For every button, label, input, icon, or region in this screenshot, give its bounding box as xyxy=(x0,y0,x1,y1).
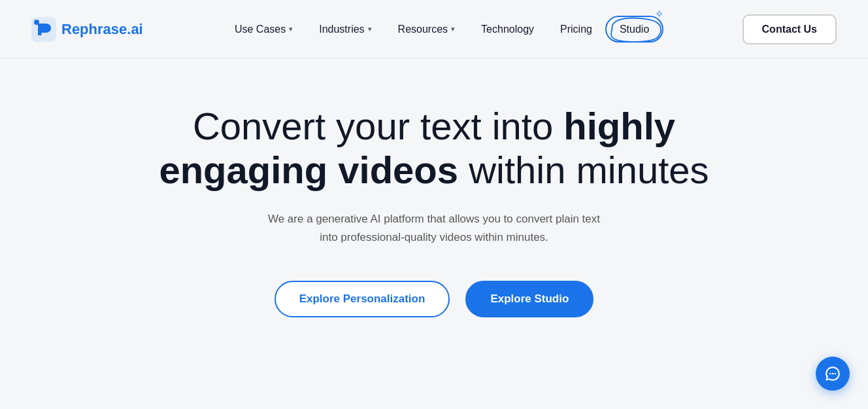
chat-bubble-button[interactable] xyxy=(816,357,850,391)
nav-links: Use Cases ▾ Industries ▾ Resources ▾ Tec… xyxy=(224,18,661,41)
explore-studio-button[interactable]: Explore Studio xyxy=(465,281,593,317)
nav-item-pricing[interactable]: Pricing xyxy=(550,18,603,41)
hero-cta-group: Explore Personalization Explore Studio xyxy=(275,281,594,317)
svg-point-4 xyxy=(834,373,836,375)
contact-button[interactable]: Contact Us xyxy=(743,14,837,44)
nav-item-resources[interactable]: Resources ▾ xyxy=(388,18,465,41)
hero-subtitle: We are a generative AI platform that all… xyxy=(264,210,604,247)
explore-personalization-button[interactable]: Explore Personalization xyxy=(275,281,450,317)
brand-name: Rephrase.ai xyxy=(61,21,143,38)
nav-item-use-cases[interactable]: Use Cases ▾ xyxy=(224,18,303,41)
logo-icon xyxy=(31,17,56,42)
spark-icon: ✧ xyxy=(655,8,663,20)
navbar: Rephrase.ai Use Cases ▾ Industries ▾ Res… xyxy=(0,0,868,59)
hero-section: Convert your text into highly engaging v… xyxy=(0,59,868,357)
logo-link[interactable]: Rephrase.ai xyxy=(31,17,143,42)
svg-point-2 xyxy=(829,373,831,375)
nav-item-technology[interactable]: Technology xyxy=(471,18,544,41)
hero-title: Convert your text into highly engaging v… xyxy=(153,105,715,192)
svg-point-1 xyxy=(34,20,39,25)
chat-icon xyxy=(824,365,841,382)
nav-item-studio[interactable]: ✧ Studio xyxy=(608,18,661,41)
chevron-down-icon: ▾ xyxy=(451,25,455,33)
nav-item-industries[interactable]: Industries ▾ xyxy=(309,18,382,41)
svg-point-3 xyxy=(832,373,834,375)
chevron-down-icon: ▾ xyxy=(289,25,293,33)
chevron-down-icon: ▾ xyxy=(368,25,372,33)
